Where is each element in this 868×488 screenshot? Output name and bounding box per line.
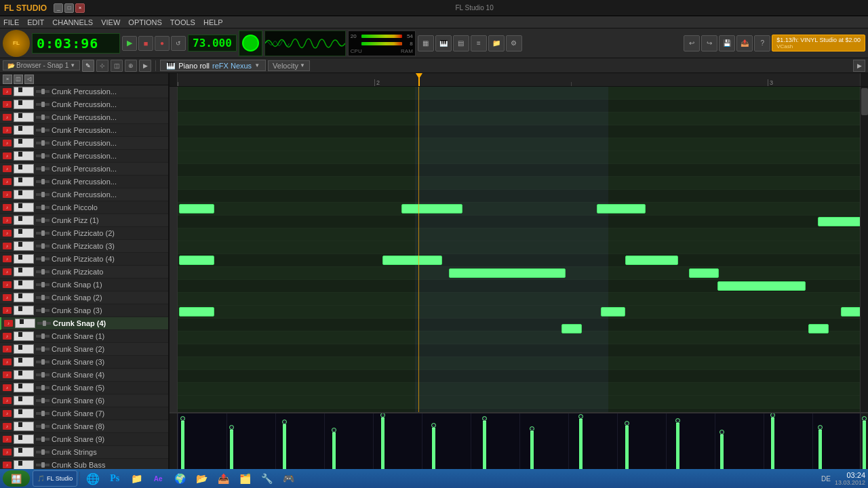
track-fader[interactable] — [36, 219, 50, 222]
snap-btn[interactable]: ◫ — [14, 75, 23, 84]
track-fader[interactable] — [36, 270, 50, 273]
close-sidebar-btn[interactable]: × — [3, 75, 12, 84]
note-block[interactable] — [179, 256, 214, 265]
track-fader[interactable] — [37, 322, 51, 325]
track-item[interactable]: ♪Crunk Percussion... — [0, 163, 168, 176]
track-item[interactable]: ♪Crunk Strings — [0, 446, 168, 459]
draw-tool[interactable]: ✎ — [82, 60, 94, 72]
note-block[interactable] — [601, 307, 625, 317]
help-icon[interactable]: ? — [754, 35, 770, 52]
note-block[interactable] — [449, 268, 566, 278]
taskbar-tool4[interactable]: 🎮 — [279, 470, 298, 487]
note-block[interactable] — [597, 204, 646, 214]
track-item[interactable]: ♪Crunk Snare (8) — [0, 420, 168, 433]
track-item[interactable]: ♪Crunk Snare (1) — [0, 330, 168, 343]
piano-roll-label[interactable]: 🎹 Piano roll reFX Nexus ▼ — [160, 60, 266, 71]
track-item[interactable]: ♪Crunk Snap (2) — [0, 291, 168, 304]
track-item[interactable]: ♪Crunk Percussion... — [0, 176, 168, 188]
track-fader[interactable] — [36, 438, 50, 441]
taskbar-folder[interactable]: 📂 — [192, 470, 211, 487]
track-item[interactable]: ♪Crunk Pizzicato (3) — [0, 240, 168, 253]
track-item[interactable]: ♪Crunk Snare (7) — [0, 407, 168, 420]
playlist-icon[interactable]: ≡ — [471, 35, 487, 52]
track-fader[interactable] — [36, 464, 50, 466]
track-fader[interactable] — [36, 309, 50, 312]
scroll-right-btn[interactable]: ▶ — [853, 60, 865, 72]
track-fader[interactable] — [36, 206, 50, 209]
note-block[interactable] — [808, 324, 829, 333]
record-button[interactable]: ● — [155, 36, 170, 51]
track-fader[interactable] — [36, 386, 50, 389]
track-fader[interactable] — [36, 373, 50, 376]
track-item[interactable]: ♪Crunk Pizzicato (4) — [0, 253, 168, 266]
taskbar-photoshop[interactable]: Ps — [105, 470, 124, 487]
close-btn[interactable]: × — [75, 3, 85, 13]
track-fader[interactable] — [36, 232, 50, 235]
note-block[interactable] — [625, 256, 678, 265]
note-block[interactable] — [717, 281, 806, 291]
track-item[interactable]: ♪Crunk Snap (1) — [0, 279, 168, 291]
track-fader[interactable] — [36, 155, 50, 157]
taskbar-explorer[interactable]: 📁 — [127, 470, 146, 487]
track-fader[interactable] — [36, 412, 50, 415]
select-tool[interactable]: ⊹ — [96, 60, 108, 72]
taskbar-tool2[interactable]: 🗂️ — [235, 470, 254, 487]
track-fader[interactable] — [36, 180, 50, 183]
track-item[interactable]: ♪Crunk Percussion... — [0, 137, 168, 150]
taskbar-filezilla[interactable]: 📤 — [214, 470, 233, 487]
track-fader[interactable] — [36, 348, 50, 350]
track-item[interactable]: ♪Crunk Piccolo — [0, 201, 168, 214]
track-fader[interactable] — [36, 193, 50, 196]
taskbar-tool3[interactable]: 🔧 — [257, 470, 276, 487]
note-block[interactable] — [818, 217, 860, 226]
track-item[interactable]: ♪Crunk Pizzicato — [0, 266, 168, 279]
minimize-btn[interactable]: _ — [54, 3, 63, 13]
menu-help[interactable]: HELP — [203, 18, 223, 26]
scrollbar-vertical[interactable] — [860, 87, 868, 412]
note-block[interactable] — [179, 307, 214, 317]
play-button[interactable]: ▶ — [122, 36, 137, 51]
stop-button[interactable]: ■ — [138, 36, 153, 51]
browser-tab[interactable]: 📂 Browser - Snap 1 ▼ — [3, 60, 80, 70]
menu-edit[interactable]: EDIT — [27, 18, 44, 26]
velocity-button[interactable]: Velocity ▼ — [268, 60, 310, 71]
taskbar-app-fl[interactable]: 🎵FL Studio — [33, 470, 77, 487]
track-item[interactable]: ♪Crunk Percussion... — [0, 98, 168, 111]
taskbar-browser[interactable]: 🌍 — [170, 470, 189, 487]
track-fader[interactable] — [36, 451, 50, 453]
track-item[interactable]: ♪Crunk Snare (5) — [0, 382, 168, 394]
track-fader[interactable] — [36, 361, 50, 363]
track-fader[interactable] — [36, 425, 50, 428]
step-seq-icon[interactable]: ▤ — [453, 35, 469, 52]
track-fader[interactable] — [36, 245, 50, 247]
zoom-tool[interactable]: ⊕ — [125, 60, 137, 72]
track-item[interactable]: ♪Crunk Snare (3) — [0, 356, 168, 369]
menu-channels[interactable]: CHANNELS — [52, 18, 93, 26]
undo-icon[interactable]: ↩ — [684, 35, 700, 52]
erase-tool[interactable]: ◫ — [111, 60, 123, 72]
track-item[interactable]: ♪Crunk Percussion... — [0, 111, 168, 124]
collapse-btn[interactable]: ◁ — [24, 75, 34, 84]
note-block[interactable] — [401, 204, 462, 214]
note-block[interactable] — [382, 256, 442, 265]
track-fader[interactable] — [36, 283, 50, 286]
menu-options[interactable]: OPTIONS — [128, 18, 162, 26]
browser-icon[interactable]: 📁 — [488, 35, 505, 52]
track-item[interactable]: ♪Crunk Snare (4) — [0, 369, 168, 382]
note-grid[interactable] — [170, 87, 868, 412]
track-fader[interactable] — [36, 258, 50, 260]
track-item[interactable]: ♪Crunk Percussion... — [0, 188, 168, 201]
track-item[interactable]: ♪Crunk Pizzicato (2) — [0, 227, 168, 240]
track-fader[interactable] — [36, 90, 50, 93]
settings-icon[interactable]: ⚙ — [506, 35, 522, 52]
export-icon[interactable]: 📤 — [736, 35, 753, 52]
redo-icon[interactable]: ↪ — [701, 35, 717, 52]
start-button[interactable]: 🪟 — [3, 470, 30, 487]
menu-tools[interactable]: TOOLS — [170, 18, 195, 26]
track-item[interactable]: ♪Crunk Snare (9) — [0, 433, 168, 446]
track-item[interactable]: ♪Crunk Percussion... — [0, 85, 168, 98]
track-item[interactable]: ♪Crunk Pizz (1) — [0, 214, 168, 227]
track-fader[interactable] — [36, 103, 50, 106]
track-fader[interactable] — [36, 399, 50, 402]
note-block[interactable] — [841, 307, 860, 317]
